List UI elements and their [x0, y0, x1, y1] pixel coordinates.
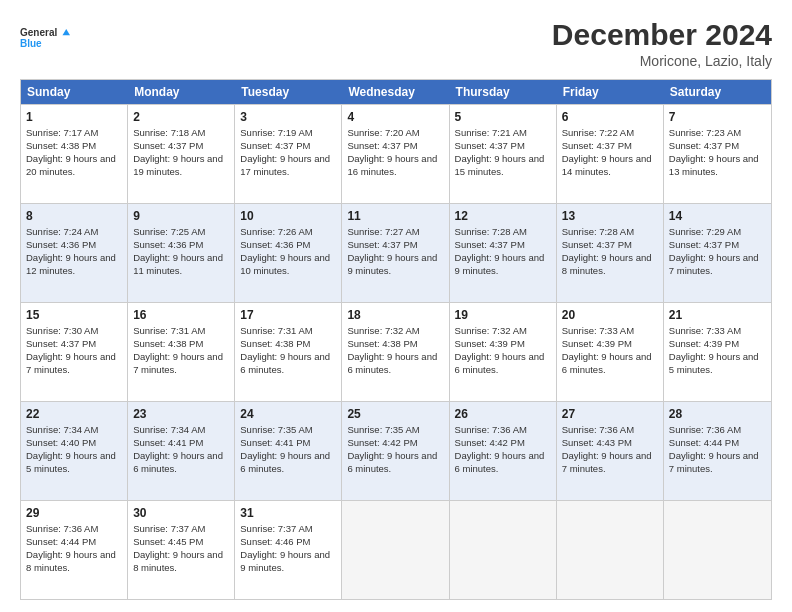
- day-number: 9: [133, 208, 229, 224]
- week-row-2: 8 Sunrise: 7:24 AM Sunset: 4:36 PM Dayli…: [21, 203, 771, 302]
- day-cell-26: 26 Sunrise: 7:36 AM Sunset: 4:42 PM Dayl…: [450, 402, 557, 500]
- day-cell-29: 29 Sunrise: 7:36 AM Sunset: 4:44 PM Dayl…: [21, 501, 128, 599]
- sunrise-label: Sunrise: 7:23 AM: [669, 127, 741, 138]
- sunset-label: Sunset: 4:37 PM: [26, 338, 96, 349]
- day-number: 18: [347, 307, 443, 323]
- day-number: 12: [455, 208, 551, 224]
- sunrise-label: Sunrise: 7:28 AM: [455, 226, 527, 237]
- daylight-label: Daylight: 9 hours and 6 minutes.: [347, 351, 437, 375]
- day-cell-7: 7 Sunrise: 7:23 AM Sunset: 4:37 PM Dayli…: [664, 105, 771, 203]
- header-day-sunday: Sunday: [21, 80, 128, 104]
- day-number: 15: [26, 307, 122, 323]
- sunset-label: Sunset: 4:44 PM: [26, 536, 96, 547]
- header-day-thursday: Thursday: [450, 80, 557, 104]
- day-number: 14: [669, 208, 766, 224]
- week-row-5: 29 Sunrise: 7:36 AM Sunset: 4:44 PM Dayl…: [21, 500, 771, 599]
- daylight-label: Daylight: 9 hours and 13 minutes.: [669, 153, 759, 177]
- day-number: 2: [133, 109, 229, 125]
- day-cell-17: 17 Sunrise: 7:31 AM Sunset: 4:38 PM Dayl…: [235, 303, 342, 401]
- day-cell-31: 31 Sunrise: 7:37 AM Sunset: 4:46 PM Dayl…: [235, 501, 342, 599]
- sunrise-label: Sunrise: 7:34 AM: [133, 424, 205, 435]
- sunset-label: Sunset: 4:46 PM: [240, 536, 310, 547]
- sunset-label: Sunset: 4:37 PM: [133, 140, 203, 151]
- sunrise-label: Sunrise: 7:37 AM: [240, 523, 312, 534]
- calendar-body: 1 Sunrise: 7:17 AM Sunset: 4:38 PM Dayli…: [21, 104, 771, 599]
- sunrise-label: Sunrise: 7:36 AM: [562, 424, 634, 435]
- calendar: SundayMondayTuesdayWednesdayThursdayFrid…: [20, 79, 772, 600]
- daylight-label: Daylight: 9 hours and 8 minutes.: [562, 252, 652, 276]
- day-cell-16: 16 Sunrise: 7:31 AM Sunset: 4:38 PM Dayl…: [128, 303, 235, 401]
- day-cell-3: 3 Sunrise: 7:19 AM Sunset: 4:37 PM Dayli…: [235, 105, 342, 203]
- empty-cell: [557, 501, 664, 599]
- day-cell-6: 6 Sunrise: 7:22 AM Sunset: 4:37 PM Dayli…: [557, 105, 664, 203]
- week-row-3: 15 Sunrise: 7:30 AM Sunset: 4:37 PM Dayl…: [21, 302, 771, 401]
- svg-text:General: General: [20, 27, 57, 38]
- sunrise-label: Sunrise: 7:31 AM: [240, 325, 312, 336]
- daylight-label: Daylight: 9 hours and 6 minutes.: [347, 450, 437, 474]
- daylight-label: Daylight: 9 hours and 6 minutes.: [240, 351, 330, 375]
- day-number: 4: [347, 109, 443, 125]
- header-day-friday: Friday: [557, 80, 664, 104]
- sunrise-label: Sunrise: 7:36 AM: [455, 424, 527, 435]
- day-number: 8: [26, 208, 122, 224]
- sunrise-label: Sunrise: 7:31 AM: [133, 325, 205, 336]
- header-day-saturday: Saturday: [664, 80, 771, 104]
- sunset-label: Sunset: 4:36 PM: [26, 239, 96, 250]
- sunset-label: Sunset: 4:39 PM: [669, 338, 739, 349]
- day-number: 5: [455, 109, 551, 125]
- daylight-label: Daylight: 9 hours and 9 minutes.: [455, 252, 545, 276]
- day-number: 10: [240, 208, 336, 224]
- sunset-label: Sunset: 4:44 PM: [669, 437, 739, 448]
- sunset-label: Sunset: 4:42 PM: [455, 437, 525, 448]
- sunrise-label: Sunrise: 7:29 AM: [669, 226, 741, 237]
- day-cell-12: 12 Sunrise: 7:28 AM Sunset: 4:37 PM Dayl…: [450, 204, 557, 302]
- daylight-label: Daylight: 9 hours and 5 minutes.: [26, 450, 116, 474]
- day-cell-28: 28 Sunrise: 7:36 AM Sunset: 4:44 PM Dayl…: [664, 402, 771, 500]
- sunrise-label: Sunrise: 7:19 AM: [240, 127, 312, 138]
- daylight-label: Daylight: 9 hours and 7 minutes.: [669, 252, 759, 276]
- day-cell-20: 20 Sunrise: 7:33 AM Sunset: 4:39 PM Dayl…: [557, 303, 664, 401]
- day-number: 19: [455, 307, 551, 323]
- sunrise-label: Sunrise: 7:30 AM: [26, 325, 98, 336]
- day-number: 25: [347, 406, 443, 422]
- daylight-label: Daylight: 9 hours and 6 minutes.: [455, 450, 545, 474]
- sunset-label: Sunset: 4:38 PM: [240, 338, 310, 349]
- sunrise-label: Sunrise: 7:32 AM: [347, 325, 419, 336]
- day-cell-5: 5 Sunrise: 7:21 AM Sunset: 4:37 PM Dayli…: [450, 105, 557, 203]
- daylight-label: Daylight: 9 hours and 8 minutes.: [133, 549, 223, 573]
- sunrise-label: Sunrise: 7:35 AM: [347, 424, 419, 435]
- sunrise-label: Sunrise: 7:24 AM: [26, 226, 98, 237]
- empty-cell: [450, 501, 557, 599]
- sunset-label: Sunset: 4:37 PM: [562, 239, 632, 250]
- daylight-label: Daylight: 9 hours and 9 minutes.: [240, 549, 330, 573]
- day-number: 27: [562, 406, 658, 422]
- daylight-label: Daylight: 9 hours and 6 minutes.: [562, 351, 652, 375]
- day-number: 6: [562, 109, 658, 125]
- calendar-header: SundayMondayTuesdayWednesdayThursdayFrid…: [21, 80, 771, 104]
- daylight-label: Daylight: 9 hours and 9 minutes.: [347, 252, 437, 276]
- sunrise-label: Sunrise: 7:36 AM: [669, 424, 741, 435]
- daylight-label: Daylight: 9 hours and 11 minutes.: [133, 252, 223, 276]
- daylight-label: Daylight: 9 hours and 15 minutes.: [455, 153, 545, 177]
- sunset-label: Sunset: 4:42 PM: [347, 437, 417, 448]
- sunset-label: Sunset: 4:37 PM: [562, 140, 632, 151]
- header-day-tuesday: Tuesday: [235, 80, 342, 104]
- day-cell-10: 10 Sunrise: 7:26 AM Sunset: 4:36 PM Dayl…: [235, 204, 342, 302]
- day-cell-13: 13 Sunrise: 7:28 AM Sunset: 4:37 PM Dayl…: [557, 204, 664, 302]
- daylight-label: Daylight: 9 hours and 6 minutes.: [455, 351, 545, 375]
- day-number: 23: [133, 406, 229, 422]
- day-cell-30: 30 Sunrise: 7:37 AM Sunset: 4:45 PM Dayl…: [128, 501, 235, 599]
- sunrise-label: Sunrise: 7:32 AM: [455, 325, 527, 336]
- title-area: December 2024 Moricone, Lazio, Italy: [552, 18, 772, 69]
- day-number: 17: [240, 307, 336, 323]
- day-cell-24: 24 Sunrise: 7:35 AM Sunset: 4:41 PM Dayl…: [235, 402, 342, 500]
- daylight-label: Daylight: 9 hours and 10 minutes.: [240, 252, 330, 276]
- day-cell-8: 8 Sunrise: 7:24 AM Sunset: 4:36 PM Dayli…: [21, 204, 128, 302]
- sunset-label: Sunset: 4:39 PM: [455, 338, 525, 349]
- sunset-label: Sunset: 4:38 PM: [133, 338, 203, 349]
- header-day-wednesday: Wednesday: [342, 80, 449, 104]
- location: Moricone, Lazio, Italy: [552, 53, 772, 69]
- sunset-label: Sunset: 4:37 PM: [455, 140, 525, 151]
- svg-text:Blue: Blue: [20, 38, 42, 49]
- day-number: 28: [669, 406, 766, 422]
